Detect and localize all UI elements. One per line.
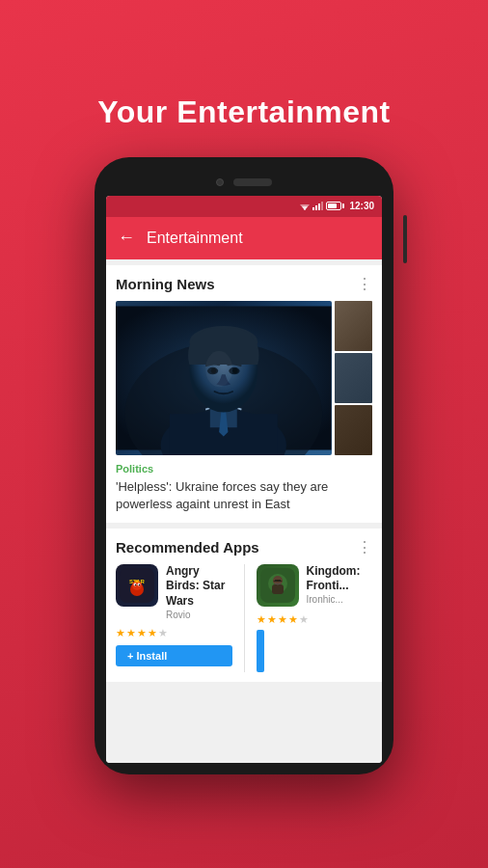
content-area: Morning News ⋮ [106,259,382,763]
apps-list: STAR WARS [116,564,372,672]
k-star-3: ★ [278,613,287,626]
apps-more-icon[interactable]: ⋮ [357,538,372,556]
app-developer: Rovio [166,610,232,620]
star-5: ★ [158,627,168,639]
kingdom-icon [257,564,299,607]
star-4: ★ [148,627,157,639]
app-info: Angry Birds: Star Wars Rovio [166,564,232,620]
angry-birds-icon: STAR WARS [116,564,158,607]
app-bar: ← Entertainment [106,217,382,259]
svg-point-20 [139,584,141,586]
svg-point-25 [275,580,277,582]
page-background-title: Your Entertainment [97,95,391,130]
app-bar-title: Entertainment [147,230,243,247]
k-star-1: ★ [257,613,266,626]
kingdom-app-info: Kingdom: Fronti... Ironhic... [307,564,373,605]
app-row-2: Kingdom: Fronti... Ironhic... [257,564,373,607]
phone-side-button [403,215,407,263]
apps-card-header: Recommended Apps ⋮ [116,538,372,556]
kingdom-developer: Ironhic... [307,594,373,605]
kingdom-app-name: Kingdom: Fronti... [307,564,373,594]
svg-point-10 [232,367,238,373]
svg-point-11 [205,351,232,387]
recommended-apps-card: Recommended Apps ⋮ STAR WARS [106,529,382,682]
k-star-4: ★ [288,613,298,626]
morning-news-card: Morning News ⋮ [106,265,382,523]
news-side-images [335,301,372,455]
status-icons: 12:30 [300,201,374,211]
star-2: ★ [126,627,136,639]
app-stars: ★ ★ ★ ★ ★ [116,627,232,639]
wifi-icon [300,203,310,210]
divider [244,564,245,672]
phone-speaker [233,178,272,186]
k-star-5: ★ [299,613,309,626]
install-button[interactable]: + Install [116,645,232,666]
morning-news-title: Morning News [116,276,215,292]
news-headline: 'Helpless': Ukraine forces say they are … [116,478,372,513]
svg-rect-24 [272,584,284,594]
news-category: Politics [116,463,372,475]
status-time: 12:30 [349,201,374,211]
news-side-image-3 [335,405,372,455]
more-icon[interactable]: ⋮ [357,275,372,293]
phone-camera [216,178,224,186]
screen: 12:30 ← Entertainment Morning News ⋮ [106,196,382,763]
news-side-image-1 [335,301,372,351]
card-header: Morning News ⋮ [116,275,372,293]
signal-icon [312,202,323,210]
recommended-apps-title: Recommended Apps [116,539,259,556]
news-image-area [116,301,372,455]
k-star-2: ★ [267,613,277,626]
app-item-angry-birds: STAR WARS [116,564,232,672]
news-side-image-2 [335,353,372,403]
app-name: Angry Birds: Star Wars [166,564,232,610]
star-1: ★ [116,627,125,639]
phone-shell: 12:30 ← Entertainment Morning News ⋮ [95,157,393,774]
status-bar: 12:30 [106,196,382,217]
install-btn-placeholder [257,630,264,672]
star-3: ★ [137,627,147,639]
app-row: STAR WARS [116,564,232,620]
svg-point-19 [135,584,137,586]
kingdom-stars: ★ ★ ★ ★ ★ [257,613,373,626]
app-item-kingdom: Kingdom: Fronti... Ironhic... ★ ★ ★ ★ ★ [257,564,373,672]
svg-point-26 [279,580,281,582]
news-main-image [116,301,332,455]
phone-top [106,169,382,196]
battery-icon [326,202,344,210]
back-button[interactable]: ← [118,228,135,248]
